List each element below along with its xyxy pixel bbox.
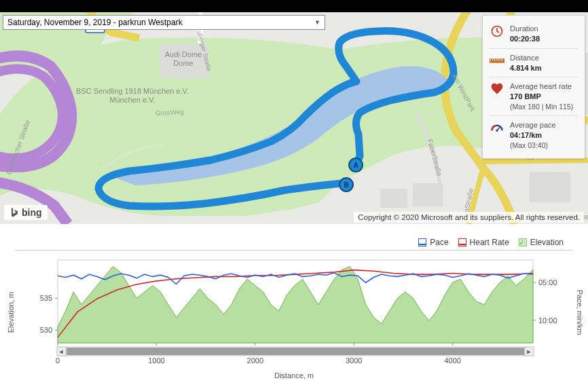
stat-label: Distance — [510, 53, 541, 63]
svg-text:0: 0 — [56, 356, 60, 365]
svg-text:GrasWeg: GrasWeg — [155, 108, 185, 117]
legend-pace[interactable]: Pace — [418, 238, 448, 247]
svg-text:1000: 1000 — [148, 356, 164, 365]
stat-pace: Average pace 04:17/km (Max 03:40) — [490, 115, 578, 153]
svg-text:A: A — [353, 162, 358, 169]
stat-sub: (Max 180 | Min 115) — [510, 102, 573, 111]
svg-text:10:00: 10:00 — [538, 316, 557, 325]
stat-heartrate: Average heart rate 170 BMP (Max 180 | Mi… — [490, 77, 578, 114]
svg-text:◄: ◄ — [58, 348, 65, 355]
heart-icon — [490, 81, 504, 96]
clock-icon — [490, 24, 504, 39]
stat-value: 04:17/km — [510, 130, 556, 141]
svg-text:Dome: Dome — [173, 59, 193, 67]
chart-scrollbar: ◄► — [57, 347, 534, 356]
chevron-down-icon: ▼ — [314, 19, 320, 26]
stat-label: Duration — [510, 24, 540, 34]
svg-rect-3 — [413, 183, 443, 206]
legend-hr[interactable]: Heart Rate — [458, 238, 509, 247]
session-dropdown[interactable]: Saturday, November 9, 2019 - parkrun Wes… — [3, 15, 325, 30]
svg-rect-50 — [67, 348, 524, 355]
check-icon — [458, 238, 466, 246]
ruler-icon — [490, 53, 504, 68]
map-copyright: Copyright © 2020 Microsoft and its suppl… — [354, 212, 584, 223]
stat-value: 170 BMP — [510, 92, 573, 102]
stat-value: 00:20:38 — [510, 34, 540, 44]
svg-text:BSC Sendling 1918 München e.V.: BSC Sendling 1918 München e.V. — [76, 87, 189, 95]
stat-duration: Duration 00:20:38 — [490, 21, 578, 47]
stat-label: Average heart rate — [510, 81, 573, 92]
y-axis-right-label: Pace, min/km — [576, 290, 584, 335]
stat-label: Average pace — [510, 120, 556, 130]
svg-text:B: B — [344, 181, 348, 189]
svg-text:Audi Dome: Audi Dome — [165, 50, 202, 58]
bing-icon — [10, 207, 19, 218]
check-icon — [519, 238, 527, 246]
svg-text:05:00: 05:00 — [538, 278, 557, 287]
stats-panel: Duration 00:20:38 Distance 4.814 km Aver… — [482, 15, 585, 159]
stat-sub: (Max 03:40) — [510, 141, 556, 150]
y-axis-left-label: Elevation, m — [7, 292, 15, 333]
chart-canvas[interactable]: 53553005:0010:0001000200030004000◄► — [15, 255, 573, 370]
chart-section: Pace Heart Rate Elevation Elevation, m P… — [0, 229, 588, 387]
svg-rect-2 — [380, 189, 407, 208]
stat-value: 4.814 km — [510, 63, 541, 73]
bing-logo: bing — [4, 205, 48, 220]
chart-legend: Pace Heart Rate Elevation — [15, 235, 573, 251]
legend-elevation[interactable]: Elevation — [519, 238, 564, 247]
chart-area[interactable]: Elevation, m Pace, min/km 53553005:0010:… — [15, 255, 573, 370]
map-panel[interactable]: A B B2R Audi Dome Dome BSC Sendling 1918… — [0, 12, 588, 224]
x-axis-label: Distance, m — [15, 371, 573, 380]
stat-distance: Distance 4.814 km — [490, 48, 578, 76]
check-icon — [418, 238, 426, 246]
svg-text:3000: 3000 — [346, 356, 362, 365]
svg-rect-4 — [530, 172, 570, 202]
svg-text:4000: 4000 — [444, 356, 460, 365]
svg-text:530: 530 — [40, 326, 52, 334]
gauge-icon — [490, 120, 504, 135]
svg-text:535: 535 — [40, 294, 52, 302]
svg-text:München e.V.: München e.V. — [110, 96, 155, 104]
svg-text:►: ► — [526, 348, 532, 355]
window-titlebar — [0, 0, 588, 12]
svg-text:2000: 2000 — [247, 356, 263, 365]
session-dropdown-value: Saturday, November 9, 2019 - parkrun Wes… — [7, 18, 314, 27]
